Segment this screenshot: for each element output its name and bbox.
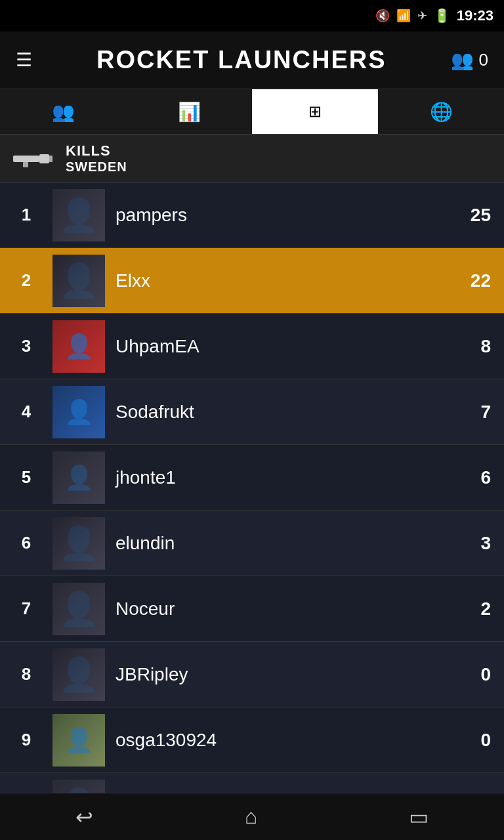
tab-global[interactable]: 🌐 [378,89,504,134]
player-score-6: 3 [452,533,504,554]
player-name-3: UhpamEA [116,336,452,357]
player-score-9: 0 [452,730,504,751]
table-row[interactable]: 4 👤 Sodafrukt 7 [0,379,504,445]
avatar-face-icon: 👤 [58,524,99,562]
bottom-nav: ↩ ⌂ ▭ [0,793,504,840]
leaderboard-tab-icon: ⊞ [308,102,322,121]
rank-6: 6 [0,533,52,553]
player-name-8: JBRipley [116,664,452,685]
avatar-face-icon: 👤 [64,464,94,492]
svg-rect-1 [39,154,49,163]
rank-7: 7 [0,598,52,619]
avatar-face-icon: 👤 [64,398,94,426]
region-label: SWEDEN [66,159,127,175]
top-header: ☰ ROCKET LAUNCHERS 👥 0 [0,32,504,89]
avatar-face-icon: 👤 [58,590,99,628]
friends-icon: 👥 [451,49,474,71]
kills-label: KILLS [66,142,127,159]
player-score-4: 7 [452,402,504,423]
tab-bar: 👥 📊 ⊞ 🌐 [0,89,504,135]
player-name-4: Sodafrukt [116,402,452,423]
friends-section: 👥 0 [451,49,488,71]
weapon-icon-container [13,149,52,169]
weapon-key-icon [13,149,52,169]
player-name-9: osga130924 [116,730,452,751]
avatar-4: 👤 [52,386,105,438]
global-tab-icon: 🌐 [430,101,453,123]
stats-tab-icon: 📊 [178,101,201,123]
table-row[interactable]: 1 👤 pampers 25 [0,182,504,248]
player-score-1: 25 [452,205,504,226]
menu-icon[interactable]: ☰ [16,51,32,70]
app-title: ROCKET LAUNCHERS [32,46,451,74]
avatar-face-icon: 👤 [64,726,94,754]
avatar-face-icon: 👤 [58,196,99,234]
battery-icon: 🔋 [434,8,450,24]
rank-9: 9 [0,730,52,750]
avatar-5: 👤 [52,452,105,504]
rank-3: 3 [0,336,52,356]
rank-4: 4 [0,402,52,422]
rank-2: 2 [0,270,52,291]
status-time: 19:23 [457,7,494,24]
avatar-1: 👤 [52,189,105,242]
table-row[interactable]: 5 👤 jhonte1 6 [0,445,504,511]
svg-rect-3 [23,162,28,167]
player-name-6: elundin [116,533,452,554]
avatar-face-icon: 👤 [58,656,99,694]
avatar-6: 👤 [52,517,105,570]
player-name-1: pampers [116,205,452,226]
svg-rect-0 [13,156,39,162]
player-list: 1 👤 pampers 25 2 👤 Elxx 22 3 [0,182,504,839]
leaderboard-header: KILLS SWEDEN [0,135,504,182]
table-row[interactable]: 7 👤 Noceur 2 [0,576,504,642]
avatar-face-icon: 👤 [58,262,99,300]
player-score-7: 2 [452,598,504,620]
avatar-2: 👤 [52,255,105,307]
table-row[interactable]: 6 👤 elundin 3 [0,511,504,576]
svg-rect-2 [49,156,52,162]
tab-stats[interactable]: 📊 [126,89,252,134]
recent-button[interactable]: ▭ [383,798,455,836]
friends-count: 0 [479,50,488,70]
rank-8: 8 [0,664,52,684]
content-area: KILLS SWEDEN 1 👤 pampers 25 2 👤 Elxx [0,135,504,840]
rank-1: 1 [0,205,52,225]
player-score-3: 8 [452,336,504,357]
mute-icon: 🔇 [375,9,390,23]
player-name-7: Noceur [116,598,452,620]
tab-friends[interactable]: 👥 [0,89,126,134]
table-row[interactable]: 9 👤 osga130924 0 [0,707,504,773]
player-name-5: jhonte1 [116,467,452,488]
avatar-3: 👤 [52,320,105,373]
table-row[interactable]: 3 👤 UhpamEA 8 [0,314,504,379]
tab-leaderboard[interactable]: ⊞ [252,89,378,134]
avatar-7: 👤 [52,583,105,635]
avatar-face-icon: 👤 [64,333,94,360]
leaderboard-header-text: KILLS SWEDEN [66,142,127,175]
table-row[interactable]: 2 👤 Elxx 22 [0,248,504,314]
wifi-icon: 📶 [396,9,411,23]
player-score-5: 6 [452,467,504,488]
table-row[interactable]: 8 👤 JBRipley 0 [0,642,504,707]
back-button[interactable]: ↩ [49,798,119,836]
avatar-8: 👤 [52,648,105,701]
airplane-icon: ✈ [417,9,427,23]
avatar-9: 👤 [52,714,105,766]
rank-5: 5 [0,467,52,488]
status-bar: 🔇 📶 ✈ 🔋 19:23 [0,0,504,32]
home-button[interactable]: ⌂ [219,798,284,835]
player-name-2: Elxx [116,270,452,291]
player-score-2: 22 [452,270,504,291]
friends-tab-icon: 👥 [52,101,75,123]
player-score-8: 0 [452,664,504,685]
